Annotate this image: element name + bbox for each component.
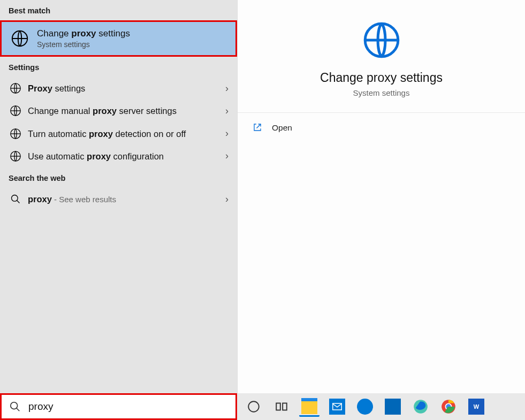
chevron-right-icon: › bbox=[221, 83, 229, 94]
taskbar-row: W bbox=[0, 393, 525, 420]
mail-icon[interactable] bbox=[327, 396, 347, 417]
globe-icon bbox=[9, 82, 22, 94]
globe-icon bbox=[9, 128, 22, 140]
globe-icon bbox=[9, 105, 22, 117]
taskbar: W bbox=[237, 393, 525, 420]
preview-panel: Change proxy settings System settings Op… bbox=[237, 0, 525, 393]
result-change-manual-proxy[interactable]: Change manual proxy server settings › bbox=[0, 100, 237, 122]
search-results-panel: Best match Change proxy settings System … bbox=[0, 0, 237, 393]
file-explorer-icon[interactable] bbox=[299, 396, 319, 417]
result-proxy-settings[interactable]: Proxy settings › bbox=[0, 77, 237, 100]
search-icon bbox=[9, 194, 22, 204]
section-best-match: Best match bbox=[0, 0, 237, 20]
best-match-title: Change proxy settings bbox=[37, 28, 130, 39]
chevron-right-icon: › bbox=[221, 194, 229, 205]
result-web-proxy[interactable]: proxy - See web results › bbox=[0, 188, 237, 210]
chevron-right-icon: › bbox=[221, 105, 229, 117]
open-icon bbox=[253, 123, 263, 133]
search-box[interactable] bbox=[0, 393, 237, 420]
search-icon bbox=[9, 401, 21, 413]
svg-point-5 bbox=[12, 195, 18, 202]
svg-point-8 bbox=[248, 401, 259, 412]
preview-title: Change proxy settings bbox=[248, 71, 514, 85]
best-match-subtitle: System settings bbox=[37, 40, 130, 49]
preview-hero: Change proxy settings System settings bbox=[238, 0, 525, 113]
globe-icon bbox=[9, 150, 22, 162]
edge-icon[interactable] bbox=[410, 396, 431, 417]
svg-rect-9 bbox=[276, 403, 280, 410]
search-input[interactable] bbox=[27, 400, 228, 413]
preview-subtitle: System settings bbox=[248, 88, 514, 97]
chrome-icon[interactable] bbox=[438, 396, 459, 417]
chevron-right-icon: › bbox=[221, 150, 229, 162]
chevron-right-icon: › bbox=[221, 128, 229, 139]
app-icon[interactable] bbox=[383, 396, 403, 417]
svg-point-7 bbox=[11, 402, 18, 409]
svg-rect-10 bbox=[283, 403, 287, 410]
open-action[interactable]: Open bbox=[238, 113, 525, 143]
result-automatic-proxy-config[interactable]: Use automatic proxy configuration › bbox=[0, 145, 237, 167]
open-label: Open bbox=[272, 123, 292, 133]
section-settings: Settings bbox=[0, 57, 237, 77]
result-automatic-proxy-detection[interactable]: Turn automatic proxy detection on or off… bbox=[0, 123, 237, 145]
dell-icon[interactable] bbox=[355, 396, 375, 417]
task-view-icon[interactable] bbox=[271, 396, 292, 417]
best-match-change-proxy-settings[interactable]: Change proxy settings System settings bbox=[0, 20, 237, 57]
section-search-web: Search the web bbox=[0, 167, 237, 188]
word-icon[interactable]: W bbox=[466, 396, 486, 417]
cortana-icon[interactable] bbox=[244, 396, 264, 417]
globe-icon bbox=[10, 29, 29, 48]
globe-icon bbox=[362, 20, 401, 62]
